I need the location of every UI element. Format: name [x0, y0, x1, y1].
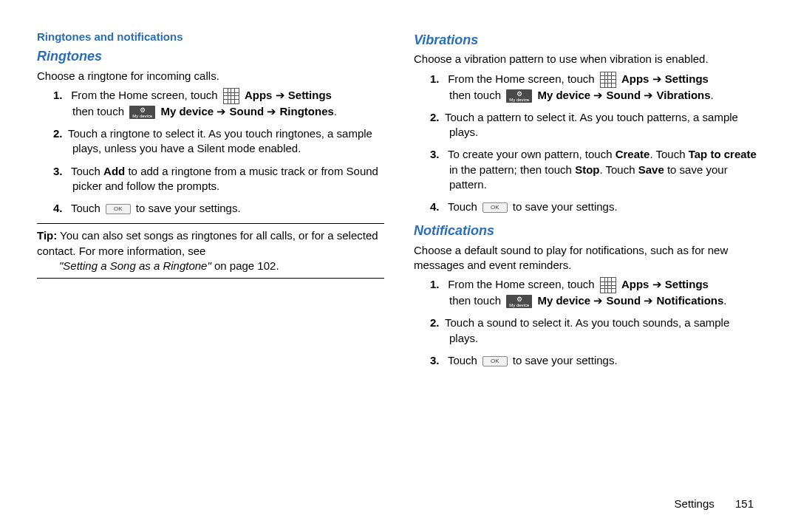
step-3: 3. Touch Add to add a ringtone from a mu…: [58, 164, 384, 194]
right-column: Vibrations Choose a vibration pattern to…: [414, 30, 761, 375]
apps-grid-icon: [600, 277, 616, 293]
apps-grid-icon: [223, 88, 239, 104]
notifications-steps: 1. From the Home screen, touch Apps ➔ Se…: [414, 277, 761, 368]
n-step-2: 2.Touch a sound to select it. As you tou…: [434, 316, 761, 346]
mydevice-icon: My device: [506, 89, 532, 103]
v-step-4: 4. Touch OK to save your settings.: [434, 200, 761, 214]
step-2: 2.Touch a ringtone to select it. As you …: [58, 126, 384, 157]
mydevice-icon: My device: [506, 295, 532, 308]
v-step-3: 3. To create your own pattern, touch Cre…: [434, 147, 761, 192]
vibrations-intro: Choose a vibration pattern to use when v…: [414, 52, 761, 66]
ok-button-icon: OK: [106, 204, 131, 214]
apps-grid-icon: [600, 72, 616, 88]
n-step-1: 1. From the Home screen, touch Apps ➔ Se…: [434, 277, 761, 308]
section-title: Ringtones and notifications: [37, 30, 384, 44]
step-1: 1. From the Home screen, touch Apps ➔ Se…: [58, 88, 384, 119]
vibrations-steps: 1. From the Home screen, touch Apps ➔ Se…: [414, 72, 761, 215]
step-4: 4. Touch OK to save your settings.: [58, 201, 384, 216]
v-step-1: 1. From the Home screen, touch Apps ➔ Se…: [434, 72, 761, 103]
footer-section: Settings: [675, 497, 715, 510]
ringtones-steps: 1. From the Home screen, touch Apps ➔ Se…: [37, 88, 384, 216]
notifications-intro: Choose a default sound to play for notif…: [414, 243, 761, 273]
ok-button-icon: OK: [482, 356, 508, 366]
ok-button-icon: OK: [482, 202, 508, 213]
n-step-3: 3. Touch OK to save your settings.: [434, 353, 761, 368]
tip-box: Tip: You can also set songs as ringtones…: [37, 223, 384, 279]
page-footer: Settings 151: [675, 497, 754, 511]
v-step-2: 2.Touch a pattern to select it. As you t…: [434, 110, 761, 140]
mydevice-icon: My device: [129, 106, 155, 119]
vibrations-heading: Vibrations: [414, 31, 761, 49]
ringtones-intro: Choose a ringtone for incoming calls.: [37, 69, 384, 83]
ringtones-heading: Ringtones: [37, 47, 384, 65]
page-number: 151: [735, 497, 754, 510]
notifications-heading: Notifications: [414, 222, 761, 239]
left-column: Ringtones and notifications Ringtones Ch…: [37, 30, 384, 375]
